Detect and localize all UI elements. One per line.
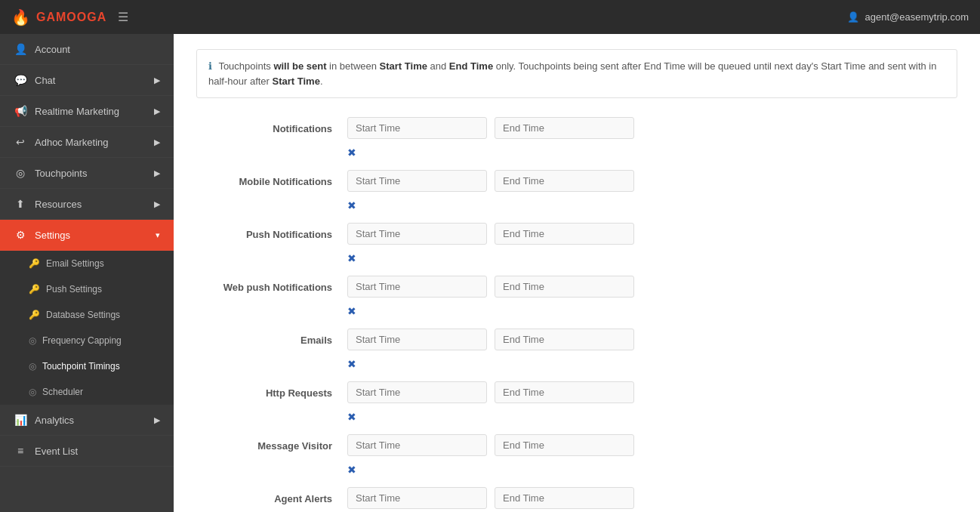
- chevron-realtime-icon: ▶: [154, 106, 160, 116]
- info-text: Touchpoints will be sent in between Star…: [208, 60, 936, 87]
- logo-icon: 🔥: [11, 8, 30, 26]
- chevron-analytics-icon: ▶: [154, 415, 160, 425]
- end-time-message-visitor[interactable]: [495, 434, 634, 456]
- fields-emails: [347, 328, 634, 350]
- sidebar-label-chat: Chat: [35, 75, 55, 86]
- user-icon: 👤: [847, 11, 859, 23]
- user-email: agent@easemytrip.com: [865, 11, 969, 23]
- end-time-emails[interactable]: [495, 328, 634, 350]
- sidebar-item-frequency-capping[interactable]: ◎ Frequency Capping: [0, 328, 174, 353]
- timing-row-notifications: Notifications ✖: [196, 117, 957, 159]
- sidebar-item-push-settings[interactable]: 🔑 Push Settings: [0, 276, 174, 302]
- sidebar-item-settings[interactable]: ⚙ Settings ▾: [0, 220, 174, 251]
- touchpoint-timings-icon: ◎: [29, 361, 36, 372]
- sidebar-label-push-settings: Push Settings: [46, 284, 102, 295]
- sidebar-label-frequency-capping: Frequency Capping: [42, 335, 122, 346]
- sidebar-label-touchpoint-timings: Touchpoint Timings: [42, 361, 120, 372]
- start-time-http-requests[interactable]: [347, 381, 487, 403]
- sidebar-item-analytics[interactable]: 📊 Analytics ▶: [0, 405, 174, 436]
- inputs-mobile-notifications: ✖: [347, 170, 634, 211]
- end-time-push-notifications[interactable]: [495, 223, 634, 245]
- label-message-visitor: Message Visitor: [196, 434, 347, 452]
- timing-row-emails: Emails ✖: [196, 328, 957, 370]
- scheduler-icon: ◎: [29, 387, 36, 397]
- start-time-notifications[interactable]: [347, 117, 487, 139]
- chevron-chat-icon: ▶: [154, 76, 160, 85]
- sidebar-label-event-list: Event List: [35, 446, 78, 457]
- delete-message-visitor-icon[interactable]: ✖: [347, 464, 634, 476]
- timing-row-web-push-notifications: Web push Notifications ✖: [196, 276, 957, 317]
- sidebar-item-account[interactable]: 👤 Account: [0, 34, 174, 65]
- timing-row-agent-alerts: Agent Alerts ✖: [196, 487, 957, 512]
- chevron-adhoc-icon: ▶: [154, 137, 160, 147]
- fields-notifications: [347, 117, 634, 139]
- event-list-icon: ≡: [14, 445, 27, 457]
- touchpoints-icon: ◎: [14, 167, 27, 179]
- fields-web-push-notifications: [347, 276, 634, 298]
- label-notifications: Notifications: [196, 117, 347, 134]
- timing-row-message-visitor: Message Visitor ✖: [196, 434, 957, 476]
- start-time-agent-alerts[interactable]: [347, 487, 487, 509]
- end-time-http-requests[interactable]: [495, 381, 634, 403]
- sidebar-label-email-settings: Email Settings: [46, 258, 104, 269]
- inputs-agent-alerts: ✖: [347, 487, 634, 512]
- label-http-requests: Http Requests: [196, 381, 347, 399]
- label-mobile-notifications: Mobile Notifications: [196, 170, 347, 187]
- inputs-web-push-notifications: ✖: [347, 276, 634, 317]
- sidebar-item-event-list[interactable]: ≡ Event List: [0, 436, 174, 467]
- sidebar-label-scheduler: Scheduler: [42, 387, 83, 397]
- start-time-emails[interactable]: [347, 328, 487, 350]
- logo: 🔥 GAMOOGA: [11, 8, 106, 26]
- sidebar-item-scheduler[interactable]: ◎ Scheduler: [0, 379, 174, 405]
- fields-mobile-notifications: [347, 170, 634, 192]
- sidebar-item-touchpoint-timings[interactable]: ◎ Touchpoint Timings: [0, 353, 174, 379]
- inputs-message-visitor: ✖: [347, 434, 634, 476]
- delete-http-requests-icon[interactable]: ✖: [347, 411, 634, 423]
- delete-web-push-notifications-icon[interactable]: ✖: [347, 305, 634, 317]
- sidebar-label-analytics: Analytics: [35, 415, 74, 426]
- navbar-right: 👤 agent@easemytrip.com: [847, 11, 969, 23]
- fields-message-visitor: [347, 434, 634, 456]
- app-body: 👤 Account 💬 Chat ▶ 📢 Realtime Marketing …: [0, 34, 980, 512]
- timing-row-http-requests: Http Requests ✖: [196, 381, 957, 423]
- sidebar-label-settings: Settings: [35, 230, 70, 241]
- sidebar-item-realtime-marketing[interactable]: 📢 Realtime Marketing ▶: [0, 96, 174, 127]
- delete-notifications-icon[interactable]: ✖: [347, 147, 634, 159]
- inputs-push-notifications: ✖: [347, 223, 634, 264]
- database-settings-icon: 🔑: [29, 310, 40, 320]
- delete-emails-icon[interactable]: ✖: [347, 358, 634, 370]
- resources-icon: ⬆: [14, 198, 27, 210]
- end-time-mobile-notifications[interactable]: [495, 170, 634, 192]
- sidebar-item-email-settings[interactable]: 🔑 Email Settings: [0, 251, 174, 276]
- adhoc-marketing-icon: ↩: [14, 136, 27, 148]
- start-time-mobile-notifications[interactable]: [347, 170, 487, 192]
- end-time-web-push-notifications[interactable]: [495, 276, 634, 298]
- sidebar-label-resources: Resources: [35, 199, 82, 210]
- sidebar-item-touchpoints[interactable]: ◎ Touchpoints ▶: [0, 158, 174, 189]
- sidebar-item-chat[interactable]: 💬 Chat ▶: [0, 65, 174, 96]
- delete-push-notifications-icon[interactable]: ✖: [347, 252, 634, 264]
- email-settings-icon: 🔑: [29, 258, 40, 269]
- navbar-left: 🔥 GAMOOGA ☰: [11, 8, 128, 26]
- timing-row-mobile-notifications: Mobile Notifications ✖: [196, 170, 957, 211]
- fields-push-notifications: [347, 223, 634, 245]
- settings-icon: ⚙: [14, 229, 27, 241]
- start-time-web-push-notifications[interactable]: [347, 276, 487, 298]
- inputs-emails: ✖: [347, 328, 634, 370]
- start-time-push-notifications[interactable]: [347, 223, 487, 245]
- end-time-notifications[interactable]: [495, 117, 634, 139]
- sidebar: 👤 Account 💬 Chat ▶ 📢 Realtime Marketing …: [0, 34, 174, 512]
- sidebar-item-database-settings[interactable]: 🔑 Database Settings: [0, 302, 174, 328]
- analytics-icon: 📊: [14, 414, 27, 426]
- push-settings-icon: 🔑: [29, 284, 40, 295]
- sidebar-item-adhoc-marketing[interactable]: ↩ Adhoc Marketing ▶: [0, 127, 174, 158]
- realtime-marketing-icon: 📢: [14, 105, 27, 117]
- hamburger-button[interactable]: ☰: [118, 10, 128, 24]
- timing-row-push-notifications: Push Notifications ✖: [196, 223, 957, 264]
- start-time-message-visitor[interactable]: [347, 434, 487, 456]
- main-content: ℹ Touchpoints will be sent in between St…: [174, 34, 980, 512]
- sidebar-item-resources[interactable]: ⬆ Resources ▶: [0, 189, 174, 220]
- end-time-agent-alerts[interactable]: [495, 487, 634, 509]
- delete-mobile-notifications-icon[interactable]: ✖: [347, 199, 634, 211]
- chevron-touchpoints-icon: ▶: [154, 168, 160, 178]
